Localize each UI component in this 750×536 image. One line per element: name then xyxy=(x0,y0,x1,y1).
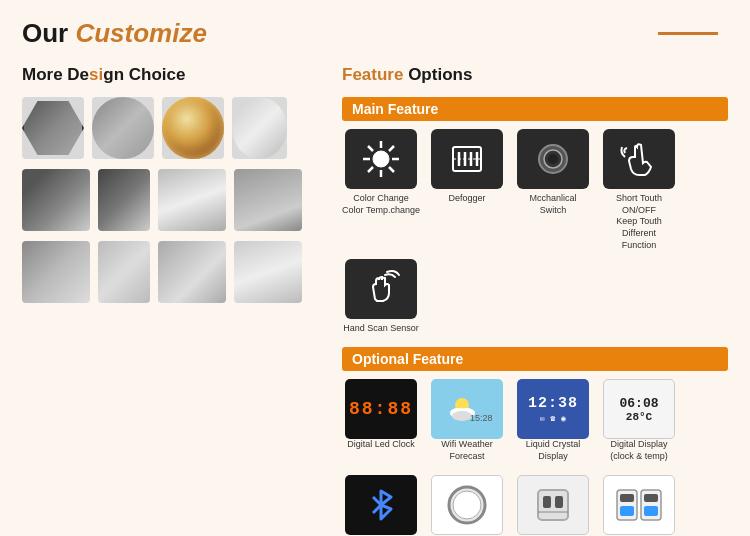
led-clock-label: Digital Led Clock xyxy=(347,439,415,451)
hand-icon xyxy=(359,267,403,311)
feature-section-title: Feature Options xyxy=(342,65,728,85)
mech-switch-label: McchanlicalSwitch xyxy=(529,193,576,216)
svg-text:15:28: 15:28 xyxy=(470,413,492,423)
weather-icon: 15:28 xyxy=(442,391,492,427)
touch-icon-box xyxy=(603,129,675,189)
usb-icon xyxy=(609,480,669,530)
feature-bluetooth: Bluetooth Speaker xyxy=(342,475,420,537)
mirror-rect-3 xyxy=(158,169,226,231)
svg-rect-28 xyxy=(543,496,551,508)
design-section-title: More Design Choice xyxy=(22,65,322,85)
mirror-hexagon xyxy=(22,97,84,159)
feature-color-change: Color ChangeColor Temp.change xyxy=(342,129,420,251)
mirror-row-2 xyxy=(22,169,322,231)
right-column: Feature Options Main Feature xyxy=(342,65,728,536)
mirror-circle-1 xyxy=(92,97,154,159)
svg-line-7 xyxy=(389,146,394,151)
mirror-rect-6 xyxy=(98,241,150,303)
hand-scan-label: Hand Scan Sensor xyxy=(343,323,419,335)
svg-line-6 xyxy=(389,167,394,172)
main-content: More Design Choice xyxy=(22,65,728,536)
svg-point-17 xyxy=(548,154,558,164)
svg-rect-27 xyxy=(538,490,568,520)
main-feature-header: Main Feature xyxy=(342,97,728,121)
switch-icon xyxy=(531,137,575,181)
mirror-rect-4 xyxy=(234,169,302,231)
svg-rect-29 xyxy=(555,496,563,508)
led-clock-icon-box: 88:88 xyxy=(345,379,417,439)
svg-point-0 xyxy=(373,151,389,167)
left-column: More Design Choice xyxy=(22,65,322,536)
touch-icon xyxy=(617,137,661,181)
mirror-row-1 xyxy=(22,97,322,159)
weather-label: Wifi Weather Forecast xyxy=(428,439,506,462)
feature-lcd: 12:38 ✉ ☎ ◉ Liquid Crystal Display xyxy=(514,379,592,462)
lcd-icon-box: 12:38 ✉ ☎ ◉ xyxy=(517,379,589,439)
mirror-oval xyxy=(232,97,287,159)
svg-point-26 xyxy=(453,491,481,519)
mirror-rect-5 xyxy=(22,241,90,303)
lcd-label: Liquid Crystal Display xyxy=(514,439,592,462)
feature-weather: 15:28 Wifi Weather Forecast xyxy=(428,379,506,462)
svg-point-21 xyxy=(452,411,472,421)
touch-label: Short Touth ON/OFFKeep Touth DifferentFu… xyxy=(600,193,678,251)
mirror-rect-1 xyxy=(22,169,90,231)
sun-icon xyxy=(359,137,403,181)
page-title: Our Customize xyxy=(22,18,207,49)
mirror-circle-warm xyxy=(162,97,224,159)
shaver-icon-box xyxy=(517,475,589,535)
defogger-label: Defogger xyxy=(448,193,485,205)
mirror-rect-8 xyxy=(234,241,302,303)
hand-icon-box xyxy=(345,259,417,319)
main-feature-grid: Color ChangeColor Temp.change xyxy=(342,129,728,335)
svg-line-8 xyxy=(368,167,373,172)
mirror-row-3 xyxy=(22,241,322,303)
svg-line-5 xyxy=(368,146,373,151)
weather-icon-box: 15:28 xyxy=(431,379,503,439)
color-change-icon-box xyxy=(345,129,417,189)
magnifying-icon xyxy=(442,480,492,530)
svg-rect-32 xyxy=(620,494,634,502)
feature-digital-display: 06:08 28°C Digital Display(clock & temp) xyxy=(600,379,678,462)
feature-hand-scan: Hand Scan Sensor xyxy=(342,259,420,335)
header: Our Customize xyxy=(22,18,728,49)
usb-icon-box xyxy=(603,475,675,535)
mirror-rect-2 xyxy=(98,169,150,231)
bluetooth-icon xyxy=(363,483,399,527)
feature-defogger: Defogger xyxy=(428,129,506,251)
svg-rect-35 xyxy=(644,494,658,502)
svg-rect-33 xyxy=(620,506,634,516)
shaver-icon xyxy=(528,480,578,530)
switch-icon-box xyxy=(517,129,589,189)
mirror-rect-7 xyxy=(158,241,226,303)
feature-touch: Short Touth ON/OFFKeep Touth DifferentFu… xyxy=(600,129,678,251)
feature-shaver: Shaver Socket xyxy=(514,475,592,537)
optional-feature-row2: Bluetooth Speaker Magnifying Mirror xyxy=(342,475,728,537)
defogger-icon-box xyxy=(431,129,503,189)
optional-feature-row1: 88:88 Digital Led Clock 15:28 W xyxy=(342,379,728,462)
header-line xyxy=(658,32,718,35)
feature-usb: USB Charger xyxy=(600,475,678,537)
optional-feature-header: Optional Feature xyxy=(342,347,728,371)
feature-magnifying: Magnifying Mirror xyxy=(428,475,506,537)
feature-mech-switch: McchanlicalSwitch xyxy=(514,129,592,251)
defogger-icon xyxy=(445,137,489,181)
page: Our Customize More Design Choice xyxy=(0,0,750,536)
svg-rect-36 xyxy=(644,506,658,516)
bluetooth-icon-box xyxy=(345,475,417,535)
feature-led-clock: 88:88 Digital Led Clock xyxy=(342,379,420,462)
magnifying-icon-box xyxy=(431,475,503,535)
digital-display-icon-box: 06:08 28°C xyxy=(603,379,675,439)
digital-display-label: Digital Display(clock & temp) xyxy=(610,439,668,462)
color-change-label: Color ChangeColor Temp.change xyxy=(342,193,420,216)
